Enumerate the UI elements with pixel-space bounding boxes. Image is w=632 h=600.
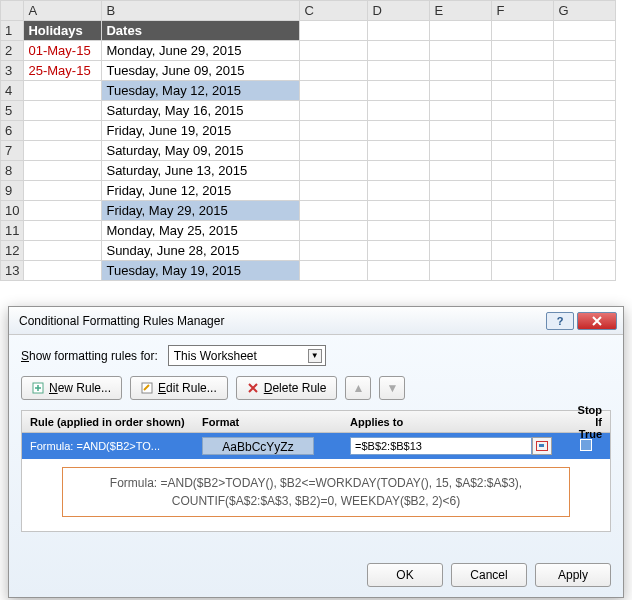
- cell-B1[interactable]: Dates: [102, 21, 300, 41]
- cell-E12[interactable]: [430, 241, 492, 261]
- cell-F10[interactable]: [492, 201, 554, 221]
- cell-A13[interactable]: [24, 261, 102, 281]
- spreadsheet-grid[interactable]: A B C D E F G 1HolidaysDates201-May-15Mo…: [0, 0, 616, 281]
- cell-G8[interactable]: [554, 161, 616, 181]
- cell-G7[interactable]: [554, 141, 616, 161]
- row-header-4[interactable]: 4: [1, 81, 24, 101]
- cell-B12[interactable]: Sunday, June 28, 2015: [102, 241, 300, 261]
- cell-G5[interactable]: [554, 101, 616, 121]
- range-picker-button[interactable]: [532, 437, 552, 455]
- row-header-2[interactable]: 2: [1, 41, 24, 61]
- cell-C10[interactable]: [300, 201, 368, 221]
- cell-E13[interactable]: [430, 261, 492, 281]
- cell-A3[interactable]: 25-May-15: [24, 61, 102, 81]
- row-header-9[interactable]: 9: [1, 181, 24, 201]
- cell-F2[interactable]: [492, 41, 554, 61]
- cell-A1[interactable]: Holidays: [24, 21, 102, 41]
- cell-F9[interactable]: [492, 181, 554, 201]
- cell-G10[interactable]: [554, 201, 616, 221]
- cell-G4[interactable]: [554, 81, 616, 101]
- cell-A7[interactable]: [24, 141, 102, 161]
- cell-E1[interactable]: [430, 21, 492, 41]
- cell-E2[interactable]: [430, 41, 492, 61]
- cell-D1[interactable]: [368, 21, 430, 41]
- cell-E5[interactable]: [430, 101, 492, 121]
- cell-G11[interactable]: [554, 221, 616, 241]
- cell-F4[interactable]: [492, 81, 554, 101]
- col-header-C[interactable]: C: [300, 1, 368, 21]
- cell-C7[interactable]: [300, 141, 368, 161]
- cell-A5[interactable]: [24, 101, 102, 121]
- cell-E4[interactable]: [430, 81, 492, 101]
- cell-E6[interactable]: [430, 121, 492, 141]
- cell-D8[interactable]: [368, 161, 430, 181]
- col-header-A[interactable]: A: [24, 1, 102, 21]
- col-header-G[interactable]: G: [554, 1, 616, 21]
- cell-D9[interactable]: [368, 181, 430, 201]
- cell-A10[interactable]: [24, 201, 102, 221]
- row-header-12[interactable]: 12: [1, 241, 24, 261]
- cell-C4[interactable]: [300, 81, 368, 101]
- row-header-3[interactable]: 3: [1, 61, 24, 81]
- cell-F12[interactable]: [492, 241, 554, 261]
- cell-F1[interactable]: [492, 21, 554, 41]
- cell-F5[interactable]: [492, 101, 554, 121]
- col-header-D[interactable]: D: [368, 1, 430, 21]
- cell-D10[interactable]: [368, 201, 430, 221]
- row-header-6[interactable]: 6: [1, 121, 24, 141]
- cell-E10[interactable]: [430, 201, 492, 221]
- cell-G6[interactable]: [554, 121, 616, 141]
- row-header-5[interactable]: 5: [1, 101, 24, 121]
- cell-B13[interactable]: Tuesday, May 19, 2015: [102, 261, 300, 281]
- cell-C2[interactable]: [300, 41, 368, 61]
- cell-A9[interactable]: [24, 181, 102, 201]
- cell-B3[interactable]: Tuesday, June 09, 2015: [102, 61, 300, 81]
- cell-E11[interactable]: [430, 221, 492, 241]
- cell-F6[interactable]: [492, 121, 554, 141]
- cell-C12[interactable]: [300, 241, 368, 261]
- apply-button[interactable]: Apply: [535, 563, 611, 587]
- cell-D6[interactable]: [368, 121, 430, 141]
- cell-D13[interactable]: [368, 261, 430, 281]
- help-button[interactable]: ?: [546, 312, 574, 330]
- edit-rule-button[interactable]: Edit Rule...: [130, 376, 228, 400]
- cell-F13[interactable]: [492, 261, 554, 281]
- new-rule-button[interactable]: New Rule...: [21, 376, 122, 400]
- cell-F3[interactable]: [492, 61, 554, 81]
- cell-D12[interactable]: [368, 241, 430, 261]
- col-header-F[interactable]: F: [492, 1, 554, 21]
- cell-A11[interactable]: [24, 221, 102, 241]
- row-header-7[interactable]: 7: [1, 141, 24, 161]
- stop-if-true-checkbox[interactable]: [580, 439, 592, 451]
- col-header-E[interactable]: E: [430, 1, 492, 21]
- cell-G1[interactable]: [554, 21, 616, 41]
- cell-E9[interactable]: [430, 181, 492, 201]
- cell-G12[interactable]: [554, 241, 616, 261]
- cell-B11[interactable]: Monday, May 25, 2015: [102, 221, 300, 241]
- cell-D5[interactable]: [368, 101, 430, 121]
- cell-D7[interactable]: [368, 141, 430, 161]
- col-header-B[interactable]: B: [102, 1, 300, 21]
- cell-E7[interactable]: [430, 141, 492, 161]
- cancel-button[interactable]: Cancel: [451, 563, 527, 587]
- cell-C11[interactable]: [300, 221, 368, 241]
- cell-B6[interactable]: Friday, June 19, 2015: [102, 121, 300, 141]
- cell-G3[interactable]: [554, 61, 616, 81]
- cell-G2[interactable]: [554, 41, 616, 61]
- close-button[interactable]: [577, 312, 617, 330]
- cell-D3[interactable]: [368, 61, 430, 81]
- cell-B9[interactable]: Friday, June 12, 2015: [102, 181, 300, 201]
- row-header-1[interactable]: 1: [1, 21, 24, 41]
- row-header-8[interactable]: 8: [1, 161, 24, 181]
- row-header-10[interactable]: 10: [1, 201, 24, 221]
- cell-B10[interactable]: Friday, May 29, 2015: [102, 201, 300, 221]
- cell-A2[interactable]: 01-May-15: [24, 41, 102, 61]
- row-header-11[interactable]: 11: [1, 221, 24, 241]
- row-header-13[interactable]: 13: [1, 261, 24, 281]
- cell-F7[interactable]: [492, 141, 554, 161]
- cell-C5[interactable]: [300, 101, 368, 121]
- cell-B8[interactable]: Saturday, June 13, 2015: [102, 161, 300, 181]
- cell-D2[interactable]: [368, 41, 430, 61]
- applies-to-input[interactable]: =$B$2:$B$13: [350, 437, 532, 455]
- cell-G13[interactable]: [554, 261, 616, 281]
